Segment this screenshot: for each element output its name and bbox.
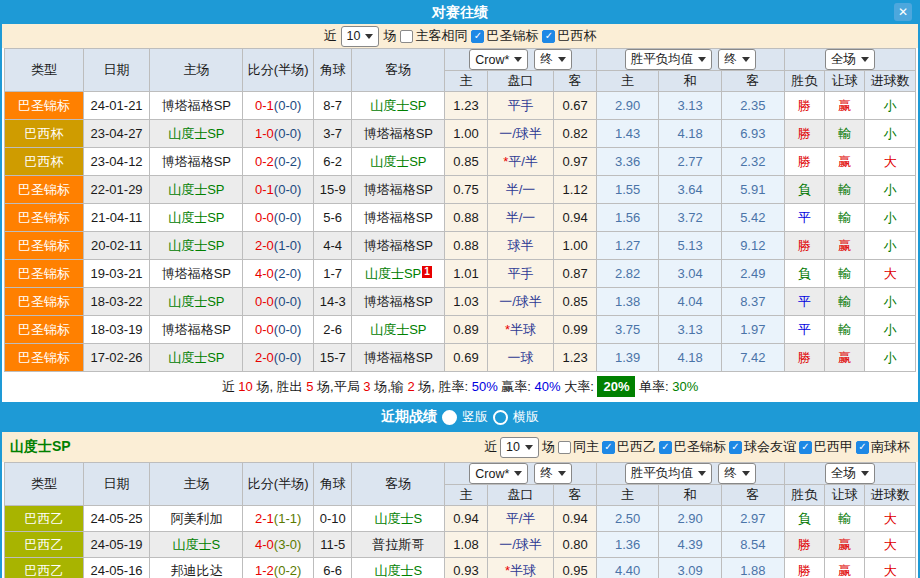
result-wdl: 勝 (784, 558, 824, 578)
handicap-line: 一/球半 (487, 532, 554, 558)
match-date: 18-03-19 (83, 316, 150, 344)
summary-segment: 3 (363, 379, 370, 394)
summary-segment: 单率: (635, 379, 672, 394)
corners: 5-6 (314, 204, 352, 232)
h2h-subheader-goals: 进球数 (865, 71, 916, 92)
avg-draw: 4.04 (659, 288, 722, 316)
fulltime-score: 2-0 (255, 238, 274, 253)
recent-header-away: 客场 (352, 463, 445, 506)
recent-near-label: 近 (484, 438, 497, 456)
away-team-name: 博塔福格SP (364, 350, 433, 365)
away-team-name: 山度士SP (370, 154, 426, 169)
handicap-line: *半球 (487, 558, 554, 578)
match-row: 巴圣锦标21-04-11山度士SP0-0(0-0)5-6博塔福格SP0.88半/… (5, 204, 916, 232)
recent-subheader-hcap: 盘口 (487, 485, 554, 506)
h2h-count-select[interactable]: 10 (341, 26, 380, 47)
recent-count-select[interactable]: 10 (500, 437, 539, 458)
recent-crow-final-select[interactable]: 终 (534, 463, 572, 484)
recent-plain-checkbox[interactable] (558, 441, 571, 454)
halftime-score: (0-0) (274, 294, 301, 309)
recent-league-label: 巴西乙 (617, 438, 656, 456)
avg-home: 2.50 (596, 506, 659, 532)
result-wdl: 平 (784, 316, 824, 344)
recent-avg-final-select[interactable]: 终 (718, 463, 756, 484)
league-badge: 巴圣锦标 (5, 260, 84, 288)
recent-full-select[interactable]: 全场 (825, 463, 875, 484)
league-badge: 巴西乙 (5, 558, 84, 578)
handicap-text: 半球 (510, 322, 536, 337)
result-goals: 小 (865, 316, 916, 344)
odds-away: 0.82 (554, 120, 596, 148)
avg-away: 1.97 (721, 316, 784, 344)
match-date: 19-03-21 (83, 260, 150, 288)
handicap-text: 平/半 (506, 511, 536, 526)
result-wdl: 平 (784, 204, 824, 232)
h2h-fullmatch-header-group: 全场 (784, 49, 915, 71)
h2h-league-checkbox-1[interactable] (542, 30, 555, 43)
recent-league-option: 南球杯 (856, 438, 910, 456)
match-date: 21-04-11 (83, 204, 150, 232)
chevron-down-icon (698, 471, 706, 476)
match-date: 23-04-27 (83, 120, 150, 148)
recent-crow-select[interactable]: Crow* (469, 463, 528, 484)
result-goals: 大 (865, 506, 916, 532)
recent-table: 类型日期主场比分(半场)角球客场Crow*终胜平负均值终全场主盘口客主和客胜负让… (4, 462, 916, 578)
avg-home: 2.90 (596, 92, 659, 120)
result-goals: 小 (865, 120, 916, 148)
recent-avg-select[interactable]: 胜平负均值 (625, 463, 713, 484)
handicap-text: 半/一 (506, 210, 536, 225)
h2h-near-label: 近 (324, 27, 337, 45)
match-row: 巴西乙24-05-19山度士S4-0(3-0)11-5普拉斯哥1.08一/球半0… (5, 532, 916, 558)
avg-draw: 3.13 (659, 316, 722, 344)
league-badge: 巴圣锦标 (5, 232, 84, 260)
home-team: 山度士SP (150, 232, 243, 260)
recent-subheader-result: 胜负 (784, 485, 824, 506)
avg-draw: 4.18 (659, 120, 722, 148)
vertical-layout-radio[interactable] (442, 410, 457, 425)
fulltime-score: 4-0 (255, 266, 274, 281)
handicap-line: 半/一 (487, 176, 554, 204)
close-icon[interactable]: ✕ (894, 3, 912, 21)
odds-home: 1.23 (445, 92, 487, 120)
away-team-name: 山度士S (375, 511, 423, 526)
h2h-avg-final-select[interactable]: 终 (718, 49, 756, 70)
handicap-line: 半/一 (487, 204, 554, 232)
h2h-league-option: 巴西杯 (542, 27, 596, 45)
odds-away: 0.85 (554, 288, 596, 316)
handicap-line: 球半 (487, 232, 554, 260)
h2h-full-select[interactable]: 全场 (825, 49, 875, 70)
result-wdl: 勝 (784, 120, 824, 148)
result-goals: 小 (865, 344, 916, 372)
h2h-crow-select[interactable]: Crow* (469, 49, 528, 70)
handicap-line: 平手 (487, 92, 554, 120)
recent-header-date: 日期 (83, 463, 150, 506)
h2h-header-type: 类型 (5, 49, 84, 92)
recent-league-checkbox-3[interactable] (799, 441, 812, 454)
away-team: 山度士SP (352, 316, 445, 344)
recent-league-option: 巴西乙 (602, 438, 656, 456)
horizontal-layout-radio[interactable] (493, 410, 508, 425)
fulltime-score: 4-0 (255, 537, 274, 552)
away-team: 博塔福格SP (352, 120, 445, 148)
home-team: 博塔福格SP (150, 148, 243, 176)
recent-results-bar: 近期战绩 竖版 横版 (2, 402, 918, 432)
match-date: 24-05-25 (83, 506, 150, 532)
recent-league-checkbox-4[interactable] (856, 441, 869, 454)
away-team: 博塔福格SP (352, 288, 445, 316)
h2h-league-checkbox-0[interactable] (471, 30, 484, 43)
recent-league-checkbox-1[interactable] (659, 441, 672, 454)
halftime-score: (0-0) (274, 182, 301, 197)
corners: 6-6 (314, 558, 352, 578)
recent-league-checkbox-0[interactable] (602, 441, 615, 454)
away-team: 山度士SP (352, 148, 445, 176)
h2h-plain-checkbox[interactable] (400, 30, 413, 43)
odds-home: 0.69 (445, 344, 487, 372)
h2h-avg-final-select-value: 终 (724, 51, 737, 68)
h2h-crow-final-select[interactable]: 终 (534, 49, 572, 70)
chevron-down-icon (365, 34, 373, 39)
halftime-score: (1-0) (274, 238, 301, 253)
h2h-avg-select[interactable]: 胜平负均值 (625, 49, 713, 70)
away-team: 博塔福格SP (352, 204, 445, 232)
chevron-down-icon (742, 471, 750, 476)
recent-league-checkbox-2[interactable] (729, 441, 742, 454)
